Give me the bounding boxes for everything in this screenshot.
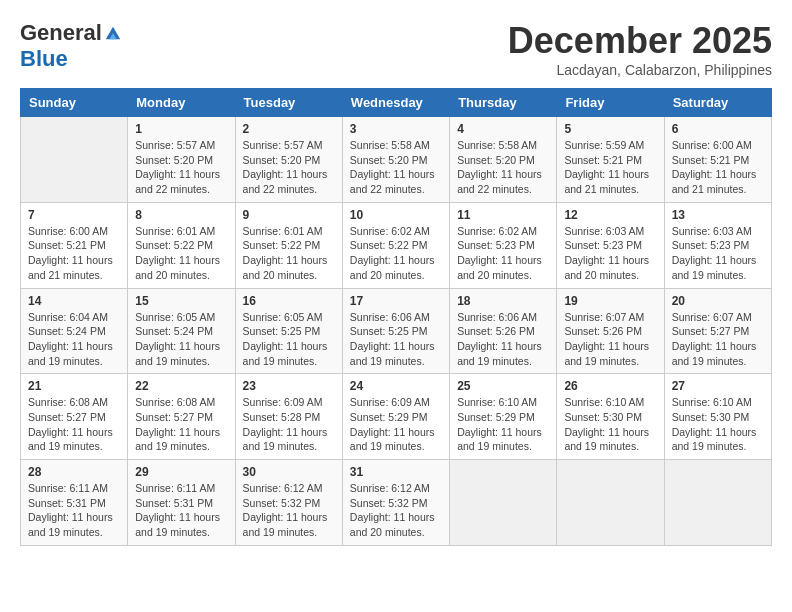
day-info: Sunrise: 6:07 AM Sunset: 5:26 PM Dayligh… xyxy=(564,310,656,369)
day-number: 30 xyxy=(243,465,335,479)
day-number: 25 xyxy=(457,379,549,393)
day-info: Sunrise: 6:01 AM Sunset: 5:22 PM Dayligh… xyxy=(135,224,227,283)
day-info: Sunrise: 6:03 AM Sunset: 5:23 PM Dayligh… xyxy=(564,224,656,283)
day-info: Sunrise: 6:00 AM Sunset: 5:21 PM Dayligh… xyxy=(28,224,120,283)
day-number: 3 xyxy=(350,122,442,136)
day-number: 7 xyxy=(28,208,120,222)
calendar-cell: 29Sunrise: 6:11 AM Sunset: 5:31 PM Dayli… xyxy=(128,460,235,546)
day-number: 11 xyxy=(457,208,549,222)
day-info: Sunrise: 5:58 AM Sunset: 5:20 PM Dayligh… xyxy=(350,138,442,197)
day-number: 16 xyxy=(243,294,335,308)
calendar-cell: 24Sunrise: 6:09 AM Sunset: 5:29 PM Dayli… xyxy=(342,374,449,460)
day-info: Sunrise: 6:12 AM Sunset: 5:32 PM Dayligh… xyxy=(350,481,442,540)
calendar-week-row: 7Sunrise: 6:00 AM Sunset: 5:21 PM Daylig… xyxy=(21,202,772,288)
day-number: 23 xyxy=(243,379,335,393)
day-info: Sunrise: 5:57 AM Sunset: 5:20 PM Dayligh… xyxy=(135,138,227,197)
calendar-cell xyxy=(664,460,771,546)
calendar-cell: 4Sunrise: 5:58 AM Sunset: 5:20 PM Daylig… xyxy=(450,117,557,203)
calendar-week-row: 28Sunrise: 6:11 AM Sunset: 5:31 PM Dayli… xyxy=(21,460,772,546)
day-info: Sunrise: 6:02 AM Sunset: 5:23 PM Dayligh… xyxy=(457,224,549,283)
day-number: 19 xyxy=(564,294,656,308)
day-number: 2 xyxy=(243,122,335,136)
day-number: 21 xyxy=(28,379,120,393)
day-number: 13 xyxy=(672,208,764,222)
calendar-cell: 9Sunrise: 6:01 AM Sunset: 5:22 PM Daylig… xyxy=(235,202,342,288)
calendar-cell: 8Sunrise: 6:01 AM Sunset: 5:22 PM Daylig… xyxy=(128,202,235,288)
logo-blue-text: Blue xyxy=(20,46,68,72)
day-info: Sunrise: 6:02 AM Sunset: 5:22 PM Dayligh… xyxy=(350,224,442,283)
calendar-cell: 22Sunrise: 6:08 AM Sunset: 5:27 PM Dayli… xyxy=(128,374,235,460)
day-number: 4 xyxy=(457,122,549,136)
day-info: Sunrise: 6:10 AM Sunset: 5:30 PM Dayligh… xyxy=(672,395,764,454)
calendar-header-row: SundayMondayTuesdayWednesdayThursdayFrid… xyxy=(21,89,772,117)
calendar-week-row: 21Sunrise: 6:08 AM Sunset: 5:27 PM Dayli… xyxy=(21,374,772,460)
calendar-cell: 13Sunrise: 6:03 AM Sunset: 5:23 PM Dayli… xyxy=(664,202,771,288)
weekday-header-sunday: Sunday xyxy=(21,89,128,117)
day-number: 27 xyxy=(672,379,764,393)
calendar-cell: 16Sunrise: 6:05 AM Sunset: 5:25 PM Dayli… xyxy=(235,288,342,374)
weekday-header-thursday: Thursday xyxy=(450,89,557,117)
calendar-cell: 12Sunrise: 6:03 AM Sunset: 5:23 PM Dayli… xyxy=(557,202,664,288)
calendar-cell: 5Sunrise: 5:59 AM Sunset: 5:21 PM Daylig… xyxy=(557,117,664,203)
title-area: December 2025 Lacdayan, Calabarzon, Phil… xyxy=(508,20,772,78)
calendar-cell: 11Sunrise: 6:02 AM Sunset: 5:23 PM Dayli… xyxy=(450,202,557,288)
day-number: 31 xyxy=(350,465,442,479)
calendar-cell: 10Sunrise: 6:02 AM Sunset: 5:22 PM Dayli… xyxy=(342,202,449,288)
day-number: 10 xyxy=(350,208,442,222)
calendar-table: SundayMondayTuesdayWednesdayThursdayFrid… xyxy=(20,88,772,546)
calendar-cell: 15Sunrise: 6:05 AM Sunset: 5:24 PM Dayli… xyxy=(128,288,235,374)
day-info: Sunrise: 6:12 AM Sunset: 5:32 PM Dayligh… xyxy=(243,481,335,540)
day-number: 1 xyxy=(135,122,227,136)
day-info: Sunrise: 6:06 AM Sunset: 5:25 PM Dayligh… xyxy=(350,310,442,369)
calendar-cell: 28Sunrise: 6:11 AM Sunset: 5:31 PM Dayli… xyxy=(21,460,128,546)
day-number: 15 xyxy=(135,294,227,308)
day-number: 28 xyxy=(28,465,120,479)
weekday-header-wednesday: Wednesday xyxy=(342,89,449,117)
calendar-cell: 18Sunrise: 6:06 AM Sunset: 5:26 PM Dayli… xyxy=(450,288,557,374)
calendar-cell: 26Sunrise: 6:10 AM Sunset: 5:30 PM Dayli… xyxy=(557,374,664,460)
day-info: Sunrise: 6:09 AM Sunset: 5:28 PM Dayligh… xyxy=(243,395,335,454)
day-info: Sunrise: 6:06 AM Sunset: 5:26 PM Dayligh… xyxy=(457,310,549,369)
calendar-cell: 27Sunrise: 6:10 AM Sunset: 5:30 PM Dayli… xyxy=(664,374,771,460)
day-info: Sunrise: 6:04 AM Sunset: 5:24 PM Dayligh… xyxy=(28,310,120,369)
day-number: 22 xyxy=(135,379,227,393)
day-number: 20 xyxy=(672,294,764,308)
day-number: 17 xyxy=(350,294,442,308)
day-number: 18 xyxy=(457,294,549,308)
calendar-week-row: 1Sunrise: 5:57 AM Sunset: 5:20 PM Daylig… xyxy=(21,117,772,203)
day-info: Sunrise: 6:08 AM Sunset: 5:27 PM Dayligh… xyxy=(28,395,120,454)
weekday-header-friday: Friday xyxy=(557,89,664,117)
weekday-header-monday: Monday xyxy=(128,89,235,117)
day-info: Sunrise: 6:03 AM Sunset: 5:23 PM Dayligh… xyxy=(672,224,764,283)
day-number: 14 xyxy=(28,294,120,308)
page-header: General Blue December 2025 Lacdayan, Cal… xyxy=(20,20,772,78)
day-number: 26 xyxy=(564,379,656,393)
calendar-cell: 25Sunrise: 6:10 AM Sunset: 5:29 PM Dayli… xyxy=(450,374,557,460)
day-number: 8 xyxy=(135,208,227,222)
weekday-header-saturday: Saturday xyxy=(664,89,771,117)
day-info: Sunrise: 6:10 AM Sunset: 5:29 PM Dayligh… xyxy=(457,395,549,454)
calendar-body: 1Sunrise: 5:57 AM Sunset: 5:20 PM Daylig… xyxy=(21,117,772,546)
logo: General Blue xyxy=(20,20,122,72)
logo-icon xyxy=(104,24,122,42)
day-info: Sunrise: 6:08 AM Sunset: 5:27 PM Dayligh… xyxy=(135,395,227,454)
day-number: 5 xyxy=(564,122,656,136)
calendar-cell: 23Sunrise: 6:09 AM Sunset: 5:28 PM Dayli… xyxy=(235,374,342,460)
day-number: 6 xyxy=(672,122,764,136)
calendar-cell: 7Sunrise: 6:00 AM Sunset: 5:21 PM Daylig… xyxy=(21,202,128,288)
day-number: 24 xyxy=(350,379,442,393)
calendar-cell: 17Sunrise: 6:06 AM Sunset: 5:25 PM Dayli… xyxy=(342,288,449,374)
day-info: Sunrise: 6:01 AM Sunset: 5:22 PM Dayligh… xyxy=(243,224,335,283)
day-info: Sunrise: 5:58 AM Sunset: 5:20 PM Dayligh… xyxy=(457,138,549,197)
location-text: Lacdayan, Calabarzon, Philippines xyxy=(508,62,772,78)
day-info: Sunrise: 5:57 AM Sunset: 5:20 PM Dayligh… xyxy=(243,138,335,197)
calendar-cell: 3Sunrise: 5:58 AM Sunset: 5:20 PM Daylig… xyxy=(342,117,449,203)
calendar-cell: 31Sunrise: 6:12 AM Sunset: 5:32 PM Dayli… xyxy=(342,460,449,546)
weekday-header-tuesday: Tuesday xyxy=(235,89,342,117)
day-info: Sunrise: 6:07 AM Sunset: 5:27 PM Dayligh… xyxy=(672,310,764,369)
calendar-cell: 19Sunrise: 6:07 AM Sunset: 5:26 PM Dayli… xyxy=(557,288,664,374)
calendar-cell: 20Sunrise: 6:07 AM Sunset: 5:27 PM Dayli… xyxy=(664,288,771,374)
calendar-cell xyxy=(557,460,664,546)
day-number: 12 xyxy=(564,208,656,222)
day-info: Sunrise: 6:00 AM Sunset: 5:21 PM Dayligh… xyxy=(672,138,764,197)
